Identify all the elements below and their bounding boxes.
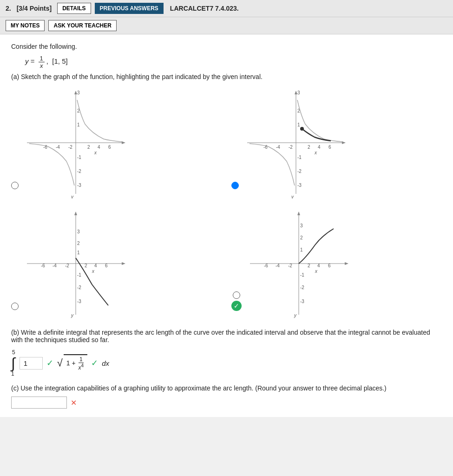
dx-label: dx bbox=[102, 359, 109, 367]
svg-text:y: y bbox=[71, 194, 74, 198]
svg-text:4: 4 bbox=[94, 263, 97, 268]
svg-text:-2: -2 bbox=[77, 169, 81, 174]
svg-text:6: 6 bbox=[108, 145, 111, 150]
svg-text:-2: -2 bbox=[297, 169, 302, 174]
svg-text:x: x bbox=[314, 150, 317, 155]
graph-1: 3 2 1 -1 -2 -3 -6 -4 -2 2 4 6 x y bbox=[22, 87, 129, 198]
svg-text:x: x bbox=[92, 269, 95, 274]
problem-number: 2. bbox=[6, 5, 11, 12]
svg-text:-3: -3 bbox=[77, 299, 81, 304]
radio-4[interactable] bbox=[233, 291, 240, 299]
radio-1[interactable] bbox=[11, 182, 19, 189]
svg-marker-71 bbox=[297, 212, 300, 215]
svg-text:x: x bbox=[315, 269, 318, 274]
integral-display: 5 ∫ 1 1 ✓ √ 1 + 1 x4 ✓ bbox=[11, 349, 442, 377]
svg-text:3: 3 bbox=[77, 90, 80, 95]
svg-text:y: y bbox=[294, 313, 297, 318]
graph-2: 3 2 1 -1 -2 -3 -6 -4 -2 2 4 6 x y bbox=[243, 87, 349, 198]
svg-text:-2: -2 bbox=[300, 285, 304, 290]
graph-option-4[interactable]: ✓ 3 2 1 -1 -2 -3 -6 -4 bbox=[231, 208, 442, 319]
svg-text:-3: -3 bbox=[300, 299, 304, 304]
svg-text:-2: -2 bbox=[289, 145, 293, 150]
bottom-check-icon: ✓ bbox=[231, 301, 242, 311]
svg-marker-53 bbox=[74, 212, 77, 215]
svg-text:1: 1 bbox=[77, 250, 80, 255]
graphs-grid: 3 2 1 -1 -2 -3 -6 -4 -2 2 4 6 x y bbox=[11, 87, 442, 319]
sqrt-content: 1 + 1 x4 bbox=[64, 354, 87, 372]
my-notes-button[interactable]: MY NOTES bbox=[6, 20, 45, 31]
svg-text:-1: -1 bbox=[300, 272, 304, 278]
svg-text:-4: -4 bbox=[53, 263, 57, 268]
svg-text:4: 4 bbox=[318, 145, 321, 150]
part-c-text: (c) Use the integration capabilities of … bbox=[11, 384, 442, 392]
svg-text:3: 3 bbox=[77, 229, 80, 234]
svg-text:-1: -1 bbox=[77, 272, 81, 278]
svg-text:-6: -6 bbox=[41, 263, 45, 268]
svg-text:-1: -1 bbox=[297, 155, 302, 160]
points-label: [3/4 Points] bbox=[17, 5, 52, 12]
part-a-instruction: (a) Sketch the graph of the function, hi… bbox=[11, 73, 442, 80]
answer-x-icon: ✕ bbox=[71, 398, 77, 407]
svg-text:-3: -3 bbox=[297, 183, 302, 188]
svg-text:2: 2 bbox=[308, 263, 310, 268]
svg-text:6: 6 bbox=[105, 263, 108, 268]
graph-option-2[interactable]: 3 2 1 -1 -2 -3 -6 -4 -2 2 4 6 x y bbox=[231, 87, 442, 198]
svg-text:-2: -2 bbox=[65, 263, 69, 268]
graph-option-3[interactable]: 3 2 1 -1 -2 -3 -6 -4 -2 2 4 6 x y bbox=[11, 208, 222, 319]
integral-bounds: 5 ∫ 1 bbox=[11, 349, 15, 377]
sqrt-expression: √ 1 + 1 x4 bbox=[57, 354, 87, 372]
svg-text:2: 2 bbox=[308, 145, 310, 150]
svg-text:-2: -2 bbox=[288, 263, 292, 268]
svg-text:x: x bbox=[94, 150, 97, 155]
radio-3[interactable] bbox=[11, 303, 19, 310]
ask-teacher-button[interactable]: ASK YOUR TEACHER bbox=[48, 20, 116, 31]
svg-text:-1: -1 bbox=[77, 155, 81, 160]
svg-text:4: 4 bbox=[98, 145, 100, 150]
dx-check-icon: ✓ bbox=[91, 358, 98, 368]
svg-text:2: 2 bbox=[87, 145, 90, 150]
problem-id: LARCALCET7 7.4.023. bbox=[170, 5, 239, 12]
svg-text:-2: -2 bbox=[68, 145, 72, 150]
svg-marker-54 bbox=[122, 262, 125, 265]
integral-lower-bound: 1 bbox=[11, 370, 14, 377]
svg-text:6: 6 bbox=[328, 263, 331, 268]
svg-text:-4: -4 bbox=[276, 145, 280, 150]
integral-symbol: ∫ bbox=[11, 356, 15, 370]
answer-row: ✕ bbox=[11, 397, 442, 409]
graph-svg-2: 3 2 1 -1 -2 -3 -6 -4 -2 2 4 6 x y bbox=[243, 87, 349, 198]
svg-text:1: 1 bbox=[77, 122, 80, 127]
sqrt-symbol: √ bbox=[57, 357, 63, 369]
integral-check-icon: ✓ bbox=[46, 358, 53, 368]
svg-text:2: 2 bbox=[77, 241, 80, 246]
svg-text:-2: -2 bbox=[77, 285, 81, 290]
content-area: Consider the following. y = 1 x , [1, 5]… bbox=[0, 34, 453, 417]
details-button[interactable]: DETAILS bbox=[57, 3, 91, 14]
graph-4: 3 2 1 -1 -2 -3 -6 -4 -2 2 4 6 x y bbox=[245, 208, 352, 319]
svg-marker-36 bbox=[342, 141, 346, 144]
radio-2[interactable] bbox=[231, 182, 239, 189]
svg-text:-4: -4 bbox=[276, 263, 280, 268]
svg-text:1: 1 bbox=[300, 247, 303, 252]
graph-svg-4: 3 2 1 -1 -2 -3 -6 -4 -2 2 4 6 x y bbox=[245, 208, 352, 319]
graph-3: 3 2 1 -1 -2 -3 -6 -4 -2 2 4 6 x y bbox=[22, 208, 129, 319]
svg-text:6: 6 bbox=[328, 145, 331, 150]
svg-text:1: 1 bbox=[297, 122, 300, 127]
integral-value-box[interactable]: 1 bbox=[20, 357, 43, 370]
svg-point-34 bbox=[300, 127, 304, 131]
answer-input[interactable] bbox=[11, 397, 67, 409]
function-display: y = 1 x , [1, 5] bbox=[25, 55, 442, 69]
graph-option-1[interactable]: 3 2 1 -1 -2 -3 -6 -4 -2 2 4 6 x y bbox=[11, 87, 222, 198]
svg-text:2: 2 bbox=[85, 263, 87, 268]
svg-text:-4: -4 bbox=[56, 145, 60, 150]
page-wrapper: 2. [3/4 Points] DETAILS PREVIOUS ANSWERS… bbox=[0, 0, 453, 417]
consider-text: Consider the following. bbox=[11, 43, 442, 50]
previous-answers-button[interactable]: PREVIOUS ANSWERS bbox=[95, 3, 164, 14]
svg-text:-3: -3 bbox=[77, 183, 81, 188]
svg-marker-17 bbox=[122, 141, 125, 144]
svg-text:-6: -6 bbox=[264, 263, 268, 268]
svg-marker-72 bbox=[345, 262, 348, 265]
part-b-text: (b) Write a definite integral that repre… bbox=[11, 329, 442, 344]
graph-svg-1: 3 2 1 -1 -2 -3 -6 -4 -2 2 4 6 x y bbox=[22, 87, 129, 198]
svg-text:3: 3 bbox=[297, 90, 300, 95]
svg-text:y: y bbox=[71, 313, 74, 318]
